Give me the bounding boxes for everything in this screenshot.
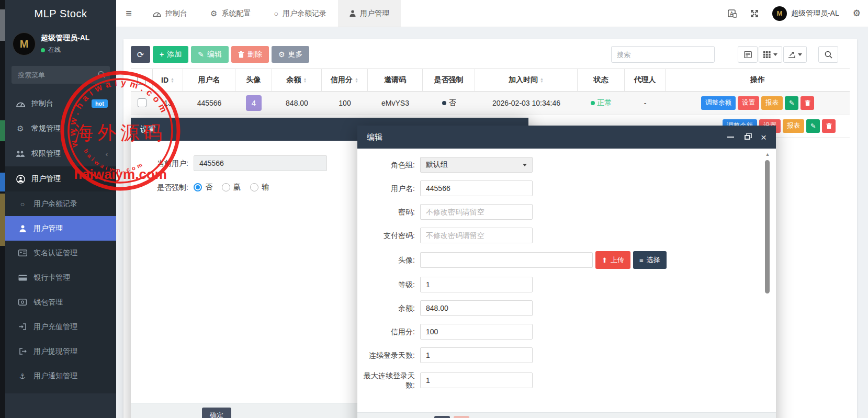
submenu-item-balance-log[interactable]: ○ 用户余额记录 [5, 191, 116, 216]
radio-win[interactable]: 赢 [222, 183, 241, 192]
report-button[interactable]: 报表 [783, 119, 804, 133]
balance-field[interactable] [420, 300, 533, 316]
checkbox[interactable] [137, 76, 146, 85]
menu-search-input[interactable] [12, 66, 110, 84]
avatar: M [13, 32, 36, 55]
modal-scrollbar[interactable]: ▲ [765, 152, 770, 418]
choose-button[interactable]: ≡选择 [633, 251, 667, 269]
more-button[interactable]: ⚙更多 [272, 46, 310, 63]
role-label: 角色组: [357, 160, 420, 170]
report-button[interactable]: 报表 [761, 96, 783, 110]
edit-modal-header[interactable]: 编辑 × [357, 126, 776, 149]
tab-user-management[interactable]: 用户管理 [338, 0, 401, 27]
submenu-item-user-management[interactable]: 用户管理 [5, 216, 116, 241]
col-forced[interactable]: 是否强制 [423, 69, 475, 91]
avatar-field[interactable] [420, 252, 593, 268]
col-username[interactable]: 用户名 [183, 69, 235, 91]
detail-view-button[interactable] [738, 46, 758, 63]
sidebar: MLP Stock M 超级管理员-AL 在线 控制台 hot ⚙ 常规管理 权… [5, 0, 116, 418]
navbar-user[interactable]: M 超级管理员-AL [772, 6, 839, 21]
submenu-item-withdraw[interactable]: 用户提现管理 [5, 339, 116, 364]
col-join-time[interactable]: 加入时间▲▼ [475, 69, 578, 91]
sort-icons[interactable]: ▲▼ [171, 77, 174, 83]
level-field[interactable] [420, 277, 533, 292]
fullscreen-icon[interactable] [750, 9, 759, 18]
tab-system-config[interactable]: ⚙ 系统配置 [199, 0, 262, 27]
user-name: 超级管理员-AL [41, 33, 89, 43]
add-button[interactable]: +添加 [153, 46, 188, 63]
radio-no[interactable]: 否 [194, 183, 212, 192]
translate-icon[interactable]: A [728, 9, 737, 18]
edit-button[interactable]: ✎编辑 [191, 46, 229, 63]
select-all-header[interactable] [131, 69, 153, 91]
login-days-field[interactable] [420, 347, 533, 363]
submenu-item-recharge[interactable]: 用户充值管理 [5, 314, 116, 339]
col-avatar[interactable]: 头像 [235, 69, 272, 91]
person-icon [350, 10, 356, 17]
scrollbar-thumb[interactable] [765, 160, 770, 293]
col-status[interactable]: 状态 [578, 69, 625, 91]
settings-button[interactable]: 设置 [738, 96, 759, 110]
circle-icon: ○ [274, 9, 278, 18]
search-icon [98, 71, 105, 78]
tab-dashboard[interactable]: 控制台 [141, 0, 199, 27]
tab-balance-log[interactable]: ○ 用户余额记录 [262, 0, 337, 27]
row-delete-button[interactable] [801, 96, 814, 110]
delete-button[interactable]: 删除 [231, 46, 269, 63]
sidebar-item-usermgmt[interactable]: 用户管理 ⌄ [5, 166, 116, 191]
row-edit-button[interactable]: ✎ [785, 96, 798, 110]
navbar-user-name: 超级管理员-AL [791, 9, 839, 18]
sidebar-item-general[interactable]: ⚙ 常规管理 [5, 116, 116, 141]
username-field[interactable] [420, 180, 533, 196]
submenu-item-notice[interactable]: ⚓ 用户通知管理 [5, 364, 116, 388]
scroll-up-icon[interactable]: ▲ [765, 152, 770, 157]
settings-gear-icon[interactable]: ⚙ [853, 8, 861, 19]
sort-icons[interactable]: ▲▼ [355, 77, 358, 83]
close-icon[interactable]: × [761, 132, 766, 142]
confirm-button[interactable] [434, 416, 450, 418]
current-user-field [194, 155, 327, 171]
view-buttons [738, 46, 807, 63]
pay-password-field[interactable] [420, 228, 533, 243]
sidebar-item-permissions[interactable]: 权限管理 ‹ [5, 141, 116, 166]
max-login-days-field[interactable] [420, 372, 533, 388]
caret-down-icon [773, 53, 777, 56]
hamburger-icon[interactable]: ≡ [116, 0, 141, 27]
col-credit[interactable]: 信用分▲▼ [322, 69, 368, 91]
adjust-balance-button[interactable]: 调整余额 [701, 96, 736, 110]
table-search-input[interactable] [611, 46, 715, 63]
search-toggle-button[interactable] [818, 46, 838, 63]
columns-button[interactable] [759, 46, 782, 63]
radio-lose[interactable]: 输 [250, 183, 269, 192]
col-id[interactable]: ID▲▼ [153, 69, 183, 91]
export-button[interactable] [783, 46, 807, 63]
password-field[interactable] [420, 204, 533, 220]
submenu-item-bankcard[interactable]: 银行卡管理 [5, 265, 116, 290]
upload-icon: ⬆ [602, 256, 607, 264]
force-label: 是否强制: [131, 183, 194, 192]
cell-credit: 100 [322, 92, 368, 114]
login-days-label: 连续登录天数: [357, 351, 420, 360]
checkbox[interactable] [138, 98, 146, 107]
confirm-button[interactable]: 确定 [202, 408, 231, 418]
col-agent[interactable]: 代理人 [625, 69, 666, 91]
reset-button[interactable] [454, 416, 469, 418]
sort-icons[interactable]: ▲▼ [540, 77, 544, 83]
maximize-icon[interactable] [745, 135, 750, 140]
role-select[interactable]: 默认组 [420, 157, 533, 173]
sort-icons[interactable]: ▲▼ [303, 77, 307, 83]
col-invite[interactable]: 邀请码 [368, 69, 423, 91]
submenu-item-wallet[interactable]: 钱包管理 [5, 290, 116, 314]
hot-badge: hot [92, 99, 108, 108]
status-dot [442, 101, 446, 105]
row-delete-button[interactable] [822, 119, 836, 133]
search-icon [825, 51, 832, 59]
submenu-item-realname[interactable]: 实名认证管理 [5, 241, 116, 265]
minimize-icon[interactable] [727, 137, 734, 138]
credit-field[interactable] [420, 324, 533, 340]
row-edit-button[interactable]: ✎ [806, 119, 820, 133]
upload-button[interactable]: ⬆上传 [595, 251, 630, 269]
col-balance[interactable]: 余额▲▼ [272, 69, 322, 91]
refresh-button[interactable]: ⟳ [131, 46, 150, 63]
sidebar-item-dashboard[interactable]: 控制台 hot [5, 91, 116, 116]
